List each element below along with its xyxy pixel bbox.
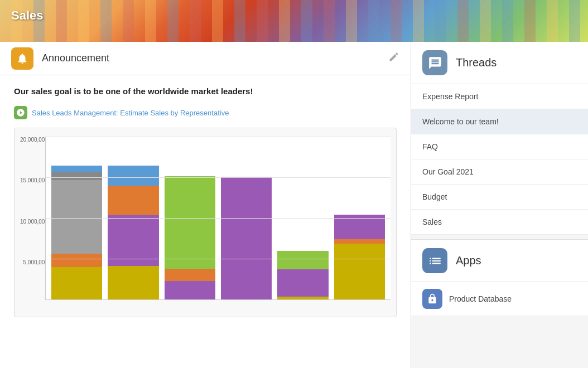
bar-seg (334, 244, 385, 299)
bar-seg (277, 297, 328, 299)
main-container: Sales Announcement Our (0, 0, 588, 368)
app-icon-lock (422, 289, 442, 309)
announcement-title: Announcement (42, 52, 388, 64)
threads-section-icon (422, 50, 447, 75)
bar-seg (51, 267, 102, 299)
y-label-2: 15,000,000 (20, 177, 48, 183)
bar-seg (221, 177, 272, 299)
bar-group-1 (51, 137, 102, 299)
left-panel: Announcement Our sales goal is to be one… (0, 42, 411, 368)
announcement-icon (11, 47, 33, 70)
bar-seg (165, 281, 215, 299)
bar-stack-6 (334, 215, 385, 299)
chart-container: Total(Estimate Total Sales) 20,000,000 1… (14, 128, 397, 317)
chart-wrapper: 20,000,000 15,000,000 10,000,000 5,000,0… (45, 137, 391, 311)
thread-item-our-goal[interactable]: Our Goal 2021 (411, 159, 588, 185)
bar-group-3 (165, 137, 215, 299)
bar-seg (108, 186, 158, 215)
thread-item-expense-report[interactable]: Expense Report (411, 84, 588, 109)
y-axis: 20,000,000 15,000,000 10,000,000 5,000,0… (17, 137, 48, 300)
bar-seg (108, 215, 158, 266)
apps-section: Apps Product Database (411, 239, 588, 316)
bar-seg (51, 172, 102, 180)
bar-seg (108, 266, 158, 299)
chart-link-text: Sales Leads Management: Estimate Sales b… (32, 109, 229, 117)
bar-seg (165, 176, 215, 269)
thread-item-faq[interactable]: FAQ (411, 134, 588, 159)
app-item-product-database[interactable]: Product Database (411, 282, 588, 316)
edit-icon[interactable] (388, 51, 399, 65)
y-label-4: 5,000,000 (23, 259, 49, 265)
content-area: Announcement Our sales goal is to be one… (0, 42, 588, 368)
bar-group-2 (108, 137, 158, 299)
app-name-product-database: Product Database (449, 294, 512, 303)
apps-header: Apps (411, 239, 588, 282)
banner-background (0, 0, 588, 42)
bar-stack-2 (108, 166, 158, 299)
y-label-1: 20,000,000 (20, 137, 48, 143)
announcement-content: Our sales goal is to be one of the world… (0, 75, 411, 328)
apps-section-title: Apps (456, 254, 481, 267)
sales-goal-text: Our sales goal is to be one of the world… (14, 86, 397, 96)
banner: Sales (0, 0, 588, 42)
bar-stack-4 (221, 177, 272, 299)
bar-seg (334, 215, 385, 239)
thread-item-welcome[interactable]: Welcome to our team! (411, 109, 588, 134)
bar-seg (277, 269, 328, 297)
bar-seg (108, 166, 158, 186)
bell-icon (16, 52, 28, 65)
bar-seg (51, 166, 102, 172)
thread-item-budget[interactable]: Budget (411, 185, 588, 210)
bar-group-5 (277, 137, 328, 299)
bar-seg (51, 180, 102, 254)
banner-title: Sales (11, 8, 44, 23)
right-panel: Threads Expense Report Welcome to our te… (411, 42, 588, 368)
threads-section-title: Threads (456, 56, 497, 69)
threads-header: Threads (411, 42, 588, 84)
bar-seg (165, 269, 215, 281)
y-label-3: 10,000,000 (20, 219, 48, 225)
bar-stack-3 (165, 176, 215, 299)
chart-link[interactable]: Sales Leads Management: Estimate Sales b… (14, 106, 397, 119)
bar-group-6 (334, 137, 385, 299)
bar-seg (277, 251, 328, 269)
apps-section-icon (422, 248, 447, 273)
bar-seg (334, 239, 385, 244)
bar-stack-5 (277, 251, 328, 299)
bar-group-4 (221, 137, 272, 299)
bar-stack-1 (51, 166, 102, 299)
chart-bars (45, 137, 391, 300)
chart-link-icon (14, 106, 27, 119)
thread-item-sales[interactable]: Sales (411, 210, 588, 235)
announcement-header: Announcement (0, 42, 411, 75)
threads-list: Expense Report Welcome to our team! FAQ … (411, 84, 588, 235)
bar-seg (51, 254, 102, 267)
